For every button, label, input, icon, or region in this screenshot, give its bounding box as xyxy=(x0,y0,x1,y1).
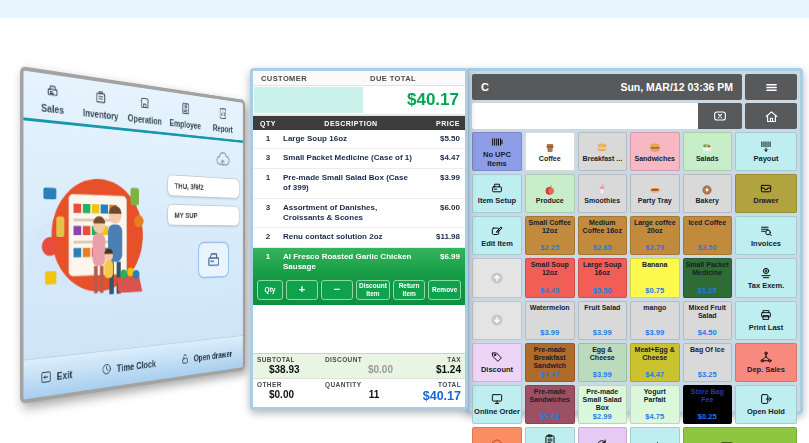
tab-operation[interactable]: Operation xyxy=(127,93,163,127)
product-premade-breakfast-sandwich[interactable]: Pre-made Breakfast Sandwich$4.47 xyxy=(525,343,575,382)
search-bar xyxy=(472,103,742,129)
product-fruit-salad[interactable]: Fruit Salad$3.99 xyxy=(578,301,628,340)
drawer-button[interactable]: Drawer xyxy=(735,174,797,213)
product-bag-of-ice[interactable]: Bag Of Ice$3.25 xyxy=(683,343,733,382)
category-salads[interactable]: Salads xyxy=(683,132,733,171)
scroll-down-button[interactable] xyxy=(472,301,522,340)
product-medium-coffee[interactable]: Medium Coffee 16oz$2.65 xyxy=(578,216,628,255)
product-iced-coffee[interactable]: Iced Coffee$3.50 xyxy=(683,216,733,255)
online-order-button[interactable]: Online Order xyxy=(472,385,522,424)
business-date-button[interactable]: THU, 3/9/2 xyxy=(167,174,239,199)
open-hold-button[interactable]: Open Hold xyxy=(735,385,797,424)
product-small-coffee[interactable]: Small Coffee 12oz$2.25 xyxy=(525,216,575,255)
tab-sales[interactable]: Sales xyxy=(31,80,74,117)
tile-label: Open Hold xyxy=(747,408,785,417)
product-store-bag-fee[interactable]: Store Bag Fee$0.25 xyxy=(683,385,733,424)
clear-search-button[interactable] xyxy=(698,103,742,129)
category-party-tray[interactable]: Party Tray xyxy=(630,174,680,213)
dep-sales-button[interactable]: Dep. Sales xyxy=(735,343,797,382)
refund-button[interactable]: Refund xyxy=(578,427,628,443)
receipt-row[interactable]: 3Assortment of Danishes, Croissants & Sc… xyxy=(253,199,465,229)
qty-button[interactable]: Qty xyxy=(257,280,283,300)
product-premade-sandwiches[interactable]: Pre-made Sandwiches$5.49 xyxy=(525,385,575,424)
receipt-row[interactable]: 1Pre-made Small Salad Box (Case of 399)$… xyxy=(253,169,465,199)
order-empty-space xyxy=(253,305,465,353)
tab-inventory[interactable]: Inventory xyxy=(81,87,120,123)
discount-label: DISCOUNT xyxy=(325,356,393,363)
invoices-button[interactable]: Invoices xyxy=(735,216,797,255)
receipt-row[interactable]: 1Large Soup 16oz$5.50 xyxy=(253,130,465,149)
tile-price: $3.99 xyxy=(645,328,664,338)
tab-report[interactable]: Report xyxy=(207,104,237,135)
product-small-packet-medicine[interactable]: Small Packet Medicine$1.25 xyxy=(683,258,733,297)
decrease-qty-button[interactable]: − xyxy=(321,280,353,300)
online-order-icon xyxy=(490,392,504,406)
category-bakery[interactable]: Bakery xyxy=(683,174,733,213)
tile-label: Pre-made Breakfast Sandwich xyxy=(527,346,573,370)
tile-label: Small Soup 12oz xyxy=(527,261,573,277)
pay-button[interactable]: Pay xyxy=(683,427,798,443)
exit-button[interactable]: Exit xyxy=(39,367,72,386)
tile-label: Print Last xyxy=(749,324,784,333)
customer-field[interactable] xyxy=(254,87,363,113)
menu-button[interactable] xyxy=(745,74,797,100)
return-item-button[interactable]: Return Item xyxy=(393,280,426,300)
payout-button[interactable]: Payout xyxy=(735,132,797,171)
remove-item-button[interactable]: Remove xyxy=(428,280,461,300)
manage-order-button[interactable]: Manage Order xyxy=(525,427,575,443)
category-produce[interactable]: Produce xyxy=(525,174,575,213)
product-premade-small-salad-box[interactable]: Pre-made Small Salad Box$2.99 xyxy=(578,385,628,424)
receipt-row[interactable]: 1Al Fresco Roasted Garlic Chicken Sausag… xyxy=(253,248,465,277)
tile-label: Egg & Cheese xyxy=(580,346,626,362)
product-mango[interactable]: mango$3.99 xyxy=(630,301,680,340)
increase-qty-button[interactable]: + xyxy=(286,280,318,300)
edit-item-button[interactable]: Edit Item xyxy=(472,216,522,255)
operation-icon xyxy=(139,95,151,112)
product-large-soup[interactable]: Large Soup 16oz$5.50 xyxy=(578,258,628,297)
time-clock-button[interactable]: Time Clock xyxy=(101,356,156,377)
tax-exempt-button[interactable]: Tax Exem. xyxy=(735,258,797,297)
item-price: $6.00 xyxy=(419,203,465,224)
register-shortcut-button[interactable] xyxy=(198,242,229,279)
category-sandwiches[interactable]: Sandwiches xyxy=(630,132,680,171)
total-label: TOTAL xyxy=(393,381,461,388)
open-drawer-button[interactable]: Open drawer xyxy=(180,347,232,366)
category-breakfast[interactable]: Breakfast ... xyxy=(578,132,628,171)
print-last-button[interactable]: Print Last xyxy=(735,301,797,340)
burger-icon xyxy=(648,141,662,155)
receipt-row[interactable]: 2Renu contact solution 2oz$11.98 xyxy=(253,228,465,247)
discount-button[interactable]: Discount xyxy=(472,343,522,382)
hold-button[interactable]: Hold xyxy=(630,427,680,443)
subtotal-value: $38.93 xyxy=(257,364,325,375)
home-button[interactable] xyxy=(745,103,797,129)
cancel-button[interactable]: Cancel xyxy=(472,427,522,443)
search-input[interactable] xyxy=(472,103,698,129)
no-upc-items-button[interactable]: No UPC Items xyxy=(472,132,522,171)
product-banana[interactable]: Banana$0.75 xyxy=(630,258,680,297)
product-meat-egg-cheese[interactable]: Meat+Egg & Cheese$4.47 xyxy=(630,343,680,382)
selected-item-actions: Qty+−Discount ItemReturn ItemRemove xyxy=(253,277,465,305)
product-large-coffee[interactable]: Large coffee 20oz$2.79 xyxy=(630,216,680,255)
scroll-up-button[interactable] xyxy=(472,258,522,297)
tile-label: mango xyxy=(643,304,666,312)
product-small-soup[interactable]: Small Soup 12oz$4.45 xyxy=(525,258,575,297)
tile-label: No UPC Items xyxy=(474,151,520,168)
tab-employee[interactable]: Employee xyxy=(169,99,202,131)
clerk-initial: C xyxy=(472,81,489,93)
item-setup-icon xyxy=(490,181,504,195)
category-smoothies[interactable]: Smoothies xyxy=(578,174,628,213)
tab-label: Employee xyxy=(170,117,202,131)
receipt-row[interactable]: 3Small Packet Medicine (Case of 1)$4.47 xyxy=(253,149,465,168)
product-watermelon[interactable]: Watermelon$3.99 xyxy=(525,301,575,340)
product-mixed-fruit-salad[interactable]: Mixed Fruit Salad$4.50 xyxy=(683,301,733,340)
up-icon xyxy=(490,271,504,285)
product-yogurt-parfait[interactable]: Yogurt Parfait$4.75 xyxy=(630,385,680,424)
tile-label: Small Coffee 12oz xyxy=(527,219,573,235)
store-name-button[interactable]: MY SUP xyxy=(167,204,239,226)
item-setup-button[interactable]: Item Setup xyxy=(472,174,522,213)
product-egg-cheese[interactable]: Egg & Cheese$3.99 xyxy=(578,343,628,382)
discount-item-button[interactable]: Discount Item xyxy=(356,280,390,300)
item-description: Pre-made Small Salad Box (Case of 399) xyxy=(283,173,419,194)
item-price: $11.98 xyxy=(419,232,465,242)
category-coffee[interactable]: Coffee xyxy=(525,132,575,171)
